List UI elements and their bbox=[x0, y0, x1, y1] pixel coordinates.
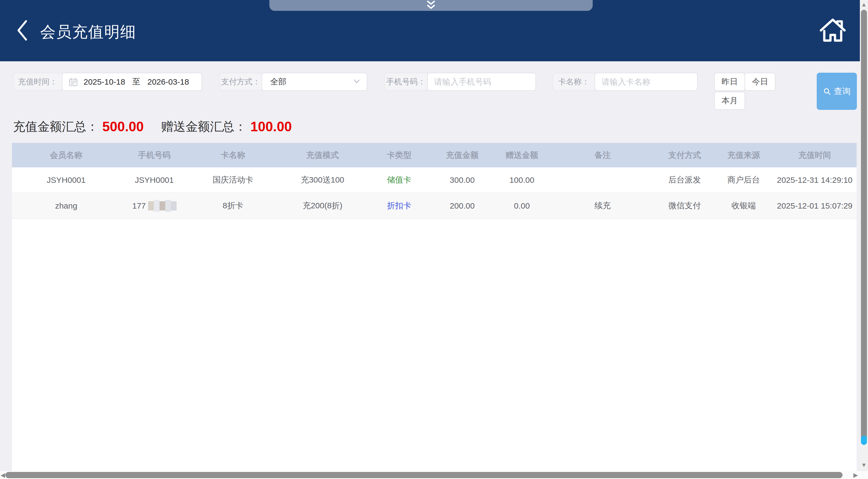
table-cell: 2025-12-31 14:29:10 bbox=[773, 167, 857, 193]
date-separator: 至 bbox=[132, 76, 140, 87]
table-cell: 微信支付 bbox=[655, 193, 714, 218]
table-row[interactable]: JSYH0001JSYH0001国庆活动卡充300送100储值卡300.0010… bbox=[12, 167, 857, 193]
card-name-filter-label: 卡名称： bbox=[553, 73, 595, 91]
scroll-down-arrow-icon[interactable]: ▼ bbox=[860, 461, 868, 469]
date-filter-label: 充值时间： bbox=[13, 73, 62, 91]
table-cell: 国庆活动卡 bbox=[188, 167, 278, 193]
table-cell: 储值卡 bbox=[367, 167, 431, 193]
table-cell: JSYH0001 bbox=[120, 167, 188, 193]
column-header: 卡类型 bbox=[367, 143, 431, 167]
column-header: 充值来源 bbox=[714, 143, 773, 167]
calendar-icon bbox=[68, 77, 78, 87]
recharge-total-value: 500.00 bbox=[102, 119, 144, 134]
table-cell: 8折卡 bbox=[188, 193, 278, 218]
payment-method-select[interactable]: 全部 bbox=[261, 73, 367, 91]
chevron-down-icon bbox=[352, 79, 361, 85]
table-cell: 300.00 bbox=[431, 167, 493, 193]
table-cell: 充200(8折) bbox=[278, 193, 367, 218]
phone-input[interactable] bbox=[428, 73, 535, 90]
search-icon bbox=[823, 87, 831, 95]
scrollbar-corner bbox=[860, 471, 868, 479]
app-header: 会员充值明细 bbox=[0, 0, 868, 61]
column-header: 手机号码 bbox=[120, 143, 188, 167]
table-cell: 100.00 bbox=[493, 167, 550, 193]
search-button-label: 查询 bbox=[834, 86, 850, 97]
vertical-scrollbar-thumb[interactable] bbox=[861, 10, 867, 445]
column-header: 卡名称 bbox=[188, 143, 278, 167]
recharge-table: 会员名称手机号码卡名称充值模式卡类型充值金额赠送金额备注支付方式充值来源充值时间… bbox=[12, 143, 857, 471]
date-end[interactable]: 2026-03-18 bbox=[147, 77, 189, 87]
vertical-scrollbar[interactable]: ▲ ▼ bbox=[860, 0, 868, 471]
back-button[interactable] bbox=[16, 20, 29, 41]
double-chevron-down-icon bbox=[425, 1, 437, 10]
column-header: 赠送金额 bbox=[493, 143, 550, 167]
home-button[interactable] bbox=[818, 16, 847, 44]
table-cell: 商户后台 bbox=[714, 167, 773, 193]
phone-filter-label: 手机号码： bbox=[384, 73, 428, 91]
table-cell: 收银端 bbox=[714, 193, 773, 218]
table-body: JSYH0001JSYH0001国庆活动卡充300送100储值卡300.0010… bbox=[12, 167, 857, 219]
search-button[interactable]: 查询 bbox=[817, 73, 857, 110]
page-title: 会员充值明细 bbox=[40, 22, 136, 42]
quick-filter-month[interactable]: 本月 bbox=[714, 92, 745, 110]
table-cell: 折扣卡 bbox=[367, 193, 431, 218]
date-start[interactable]: 2025-10-18 bbox=[84, 77, 125, 87]
column-header: 充值金额 bbox=[431, 143, 493, 167]
date-range-input[interactable]: 2025-10-18 至 2026-03-18 bbox=[62, 73, 202, 91]
column-header: 会员名称 bbox=[12, 143, 120, 167]
table-cell: 后台派发 bbox=[655, 167, 714, 193]
table-cell bbox=[550, 167, 655, 193]
gift-total-value: 100.00 bbox=[250, 119, 292, 134]
scroll-up-arrow-icon[interactable]: ▲ bbox=[860, 1, 868, 8]
back-icon bbox=[16, 20, 29, 41]
column-header: 支付方式 bbox=[655, 143, 714, 167]
card-name-input[interactable] bbox=[595, 73, 697, 90]
table-cell: 177 bbox=[120, 193, 188, 218]
column-header: 充值模式 bbox=[278, 143, 367, 167]
table-cell: JSYH0001 bbox=[12, 167, 120, 193]
quick-filter-today[interactable]: 今日 bbox=[745, 73, 775, 91]
summary-bar: 充值金额汇总： 500.00 赠送金额汇总： 100.00 bbox=[13, 117, 292, 136]
column-header: 充值时间 bbox=[773, 143, 857, 167]
table-cell: 充300送100 bbox=[278, 167, 367, 193]
collapse-handle[interactable] bbox=[269, 0, 593, 11]
column-header: 备注 bbox=[550, 143, 655, 167]
scroll-left-arrow-icon[interactable]: ◀ bbox=[1, 472, 5, 479]
scrollbar-blue-tip bbox=[861, 436, 867, 445]
recharge-total-label: 充值金额汇总： bbox=[13, 119, 98, 135]
table-row[interactable]: zhang1778折卡充200(8折)折扣卡200.000.00续充微信支付收银… bbox=[12, 193, 857, 219]
phone-input-wrap bbox=[427, 73, 536, 91]
horizontal-scrollbar-thumb[interactable] bbox=[5, 472, 842, 478]
payment-method-value: 全部 bbox=[270, 76, 286, 87]
gift-total-label: 赠送金额汇总： bbox=[161, 119, 247, 135]
table-cell: 续充 bbox=[550, 193, 655, 218]
home-icon bbox=[818, 16, 847, 44]
masked-phone-blocks bbox=[148, 200, 177, 212]
table-cell: 200.00 bbox=[431, 193, 493, 218]
filter-bar: 充值时间： 2025-10-18 至 2026-03-18 支付方式： 全部 手… bbox=[0, 73, 868, 111]
table-cell: 0.00 bbox=[493, 193, 550, 218]
scroll-right-arrow-icon[interactable]: ▶ bbox=[854, 472, 858, 479]
table-header-row: 会员名称手机号码卡名称充值模式卡类型充值金额赠送金额备注支付方式充值来源充值时间 bbox=[12, 143, 857, 167]
quick-filter-yesterday[interactable]: 昨日 bbox=[714, 73, 745, 91]
card-name-input-wrap bbox=[595, 73, 698, 91]
payment-filter-label: 支付方式： bbox=[219, 73, 262, 91]
table-cell: zhang bbox=[12, 193, 120, 218]
table-cell: 2025-12-01 15:07:29 bbox=[773, 193, 857, 218]
horizontal-scrollbar[interactable]: ◀ ▶ bbox=[0, 471, 868, 479]
